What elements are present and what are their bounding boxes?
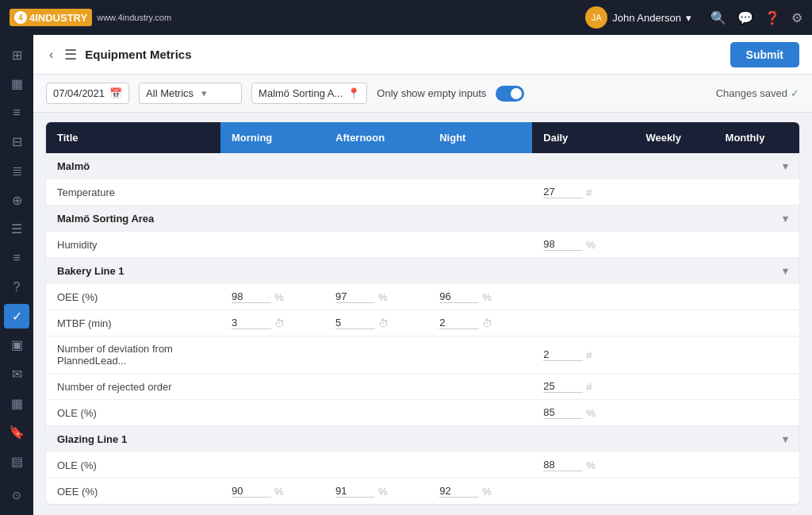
cell [428, 374, 532, 400]
table-row: Number of rejected order # [46, 374, 799, 400]
sidebar-icon-map[interactable]: ▦ [4, 391, 29, 416]
cell [220, 336, 324, 374]
cell[interactable]: # [532, 374, 634, 400]
cell-input[interactable] [335, 485, 375, 498]
sidebar-icon-list2[interactable]: ☰ [4, 217, 29, 241]
cell-input[interactable] [232, 290, 271, 303]
location-field[interactable]: Malmö Sorting A... 📍 [251, 83, 367, 104]
unit-symbol: # [586, 381, 592, 393]
metric-select[interactable]: All Metrics ▾ [139, 83, 242, 104]
logo-box: 4 4INDUSTRY [10, 9, 92, 26]
group-name: Glazing Line 1 [46, 426, 714, 453]
logo: 4 4INDUSTRY www.4industry.com [10, 9, 171, 26]
user-name: John Anderson [612, 12, 681, 24]
sidebar-icon-filter[interactable]: ⊞ [4, 43, 29, 67]
sidebar-icon-add[interactable]: ⊕ [4, 188, 29, 213]
cell[interactable]: % [428, 284, 532, 310]
cell [714, 400, 799, 426]
changes-saved: Changes saved ✓ [716, 87, 799, 99]
cell-input[interactable] [543, 186, 583, 198]
cell-input[interactable] [335, 290, 375, 303]
back-button[interactable]: ‹ [46, 44, 56, 65]
submit-button[interactable]: Submit [730, 42, 799, 67]
cell[interactable]: % [324, 284, 428, 310]
sidebar-icon-lines[interactable]: ≡ [4, 246, 29, 271]
cell-input[interactable] [232, 485, 271, 498]
settings-icon[interactable]: ⚙ [791, 10, 802, 25]
location-value: Malmö Sorting A... [259, 87, 343, 99]
cell [428, 452, 532, 478]
unit-symbol: % [482, 486, 492, 498]
unit-symbol: ⏱ [274, 317, 285, 329]
group-name: Malmö Sorting Area [46, 206, 714, 233]
unit-symbol: % [378, 291, 388, 303]
sidebar-icon-table[interactable]: ⊟ [4, 130, 29, 155]
group-collapse-icon[interactable]: ▾ [714, 258, 799, 285]
cell[interactable]: ⏱ [428, 310, 532, 336]
cell[interactable]: ⏱ [324, 310, 428, 336]
sub-header: ‹ ☰ Equipment Metrics Submit [33, 35, 812, 75]
user-menu[interactable]: JA John Anderson ▾ [585, 6, 691, 29]
sidebar-icon-menu[interactable]: ≣ [4, 159, 29, 183]
cell[interactable]: ⏱ [220, 310, 324, 336]
group-collapse-icon[interactable]: ▾ [714, 206, 799, 233]
empty-inputs-toggle[interactable] [496, 86, 524, 102]
sidebar-icon-grid[interactable]: ▦ [4, 72, 29, 97]
row-title: Number of rejected order [46, 374, 220, 400]
cell-input[interactable] [439, 290, 479, 303]
cell[interactable]: % [532, 232, 634, 258]
cell [428, 336, 532, 374]
cell [714, 232, 799, 258]
cell-input[interactable] [335, 317, 375, 329]
sidebar-icon-play[interactable]: ⊙ [4, 482, 29, 507]
search-icon[interactable]: 🔍 [710, 10, 726, 25]
cell [428, 232, 532, 258]
sidebar-icon-doc[interactable]: ▤ [4, 449, 29, 474]
sidebar-icon-mail[interactable]: ✉ [4, 362, 29, 386]
cell[interactable]: # [532, 179, 634, 206]
toolbar: 07/04/2021 📅 All Metrics ▾ Malmö Sorting… [33, 75, 812, 113]
date-field[interactable]: 07/04/2021 📅 [46, 83, 129, 104]
cell [634, 179, 714, 206]
unit-symbol: % [274, 486, 284, 498]
cell[interactable]: % [428, 478, 532, 505]
cell[interactable]: % [324, 478, 428, 505]
cell [220, 400, 324, 426]
cell[interactable]: # [532, 336, 634, 374]
cell-input[interactable] [439, 485, 479, 498]
cell [532, 284, 634, 310]
cell [220, 179, 324, 206]
cell[interactable]: % [220, 478, 324, 505]
row-title: Number of deviation from PlannedLead... [46, 336, 220, 374]
unit-symbol: % [482, 291, 492, 303]
sidebar-icon-rect[interactable]: ▣ [4, 333, 29, 358]
cell[interactable]: % [532, 400, 634, 426]
sidebar-icon-help[interactable]: ? [4, 275, 29, 300]
group-name: Bakery Line 1 [46, 258, 714, 285]
cell[interactable]: % [532, 452, 634, 478]
group-collapse-icon[interactable]: ▾ [714, 153, 799, 179]
page-title: Equipment Metrics [85, 48, 722, 61]
cell[interactable]: % [220, 284, 324, 310]
cell-input[interactable] [543, 348, 583, 361]
group-row: Glazing Line 1 ▾ [46, 426, 799, 453]
col-morning: Morning [220, 122, 324, 153]
sidebar-icon-check[interactable]: ✓ [4, 304, 29, 329]
group-collapse-icon[interactable]: ▾ [714, 426, 799, 453]
cell [324, 374, 428, 400]
saved-check-icon: ✓ [791, 87, 799, 99]
sidebar-icon-tag[interactable]: 🔖 [4, 420, 29, 444]
cell-input[interactable] [543, 459, 583, 471]
cell-input[interactable] [543, 406, 583, 419]
unit-symbol: % [586, 407, 596, 419]
cell [714, 284, 799, 310]
cell-input[interactable] [543, 238, 583, 251]
cell [634, 374, 714, 400]
chat-icon[interactable]: 💬 [737, 10, 753, 25]
sidebar-icon-list[interactable]: ≡ [4, 101, 29, 125]
help-icon[interactable]: ❓ [764, 10, 780, 25]
cell-input[interactable] [439, 317, 479, 329]
cell-input[interactable] [232, 317, 271, 329]
table-row: OLE (%) % [46, 400, 799, 426]
cell-input[interactable] [543, 380, 583, 393]
